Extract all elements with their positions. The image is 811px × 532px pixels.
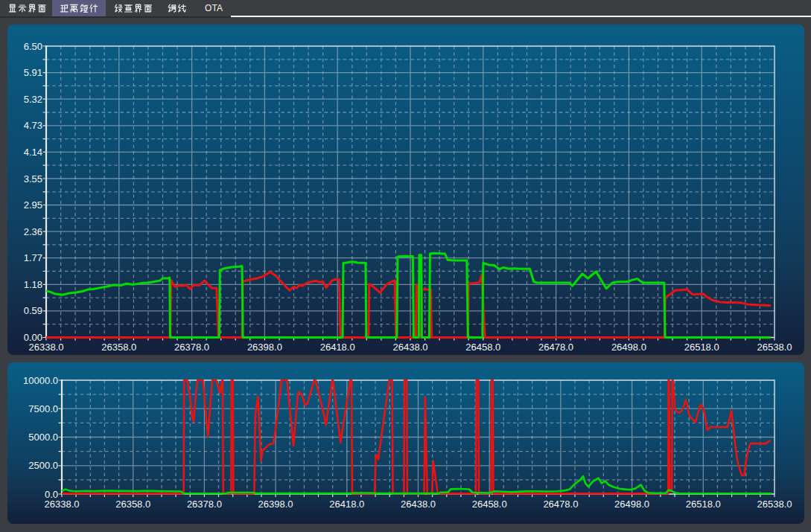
- svg-text:1.77: 1.77: [24, 252, 42, 263]
- svg-text:26498.0: 26498.0: [611, 342, 646, 353]
- svg-text:26378.0: 26378.0: [187, 499, 222, 510]
- svg-text:26338.0: 26338.0: [29, 342, 64, 353]
- svg-text:26458.0: 26458.0: [465, 342, 500, 353]
- svg-text:6.50: 6.50: [24, 41, 42, 52]
- svg-text:1.18: 1.18: [24, 279, 42, 290]
- svg-text:26518.0: 26518.0: [686, 499, 721, 510]
- svg-text:26398.0: 26398.0: [247, 342, 282, 353]
- svg-text:26378.0: 26378.0: [174, 342, 209, 353]
- svg-text:26478.0: 26478.0: [543, 499, 578, 510]
- svg-text:26418.0: 26418.0: [329, 499, 364, 510]
- svg-text:26478.0: 26478.0: [538, 342, 573, 353]
- svg-text:5.91: 5.91: [24, 67, 42, 78]
- svg-text:26498.0: 26498.0: [614, 499, 649, 510]
- svg-text:26358.0: 26358.0: [115, 499, 150, 510]
- svg-text:7500.0: 7500.0: [28, 403, 58, 414]
- svg-text:26538.0: 26538.0: [757, 342, 792, 353]
- svg-text:2.95: 2.95: [24, 199, 42, 211]
- svg-text:2500.0: 2500.0: [28, 460, 58, 471]
- svg-text:5000.0: 5000.0: [28, 432, 58, 443]
- svg-text:0.59: 0.59: [24, 305, 42, 316]
- svg-text:10000.0: 10000.0: [23, 375, 58, 386]
- svg-text:26458.0: 26458.0: [472, 499, 507, 510]
- svg-text:26358.0: 26358.0: [101, 342, 136, 353]
- svg-text:26418.0: 26418.0: [320, 342, 355, 353]
- svg-text:26438.0: 26438.0: [393, 342, 428, 353]
- svg-text:26438.0: 26438.0: [401, 499, 436, 510]
- svg-text:26338.0: 26338.0: [45, 499, 80, 510]
- svg-text:26398.0: 26398.0: [258, 499, 293, 510]
- svg-text:4.73: 4.73: [24, 120, 42, 131]
- svg-text:4.14: 4.14: [24, 147, 42, 158]
- svg-text:26518.0: 26518.0: [684, 342, 719, 353]
- svg-text:2.36: 2.36: [24, 226, 42, 237]
- svg-text:26538.0: 26538.0: [757, 499, 792, 510]
- svg-text:5.32: 5.32: [24, 94, 42, 105]
- svg-text:3.55: 3.55: [24, 173, 42, 185]
